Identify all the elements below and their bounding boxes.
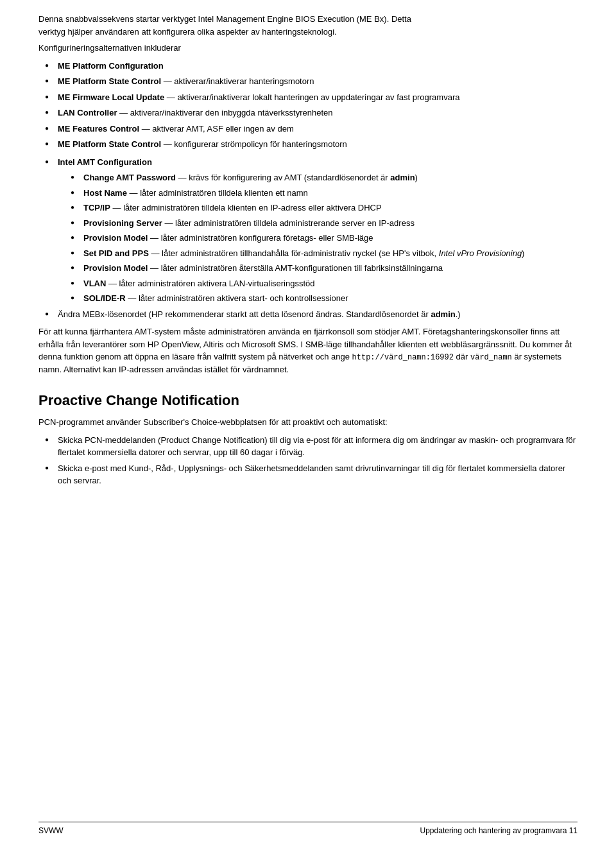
- item-label: ME Firmware Local Update: [58, 92, 164, 102]
- page-content: Denna snabbvalssekvens startar verktyget…: [38, 13, 578, 487]
- list-item: Host Name — låter administratören tillde…: [71, 187, 578, 200]
- list-item: Provision Model — låter administratören …: [71, 262, 578, 275]
- item-label: Set PID and PPS: [83, 248, 149, 258]
- item-desc: — låter administratören tilldela kliente…: [127, 188, 308, 198]
- item-label: Provision Model: [83, 263, 148, 273]
- item-desc: — låter administratören konfigurera före…: [148, 233, 373, 243]
- config-heading: Konfigurineringsalternativen inkluderar: [38, 42, 578, 55]
- list-item: Provisioning Server — låter administratö…: [71, 217, 578, 230]
- footer-left: SVWW: [38, 826, 64, 835]
- pcn-intro: PCN-programmet använder Subscriber's Cho…: [38, 416, 578, 429]
- list-item: ME Platform Configuration: [45, 60, 578, 73]
- list-item: Skicka PCN-meddelanden (Product Change N…: [45, 434, 578, 459]
- item-label: TCP/IP: [83, 203, 110, 212]
- mebx-bold: admin: [431, 309, 455, 319]
- item-label: Provision Model: [83, 233, 148, 243]
- item-label: Change AMT Password: [83, 173, 176, 182]
- item-label: ME Platform State Control: [58, 139, 161, 149]
- amt-heading-label: Intel AMT Configuration: [58, 157, 152, 167]
- list-item: Set PID and PPS — låter administratören …: [71, 247, 578, 260]
- item-desc: — låter administratören tillhandahålla f…: [149, 248, 525, 258]
- item-desc: — aktiverar/inaktiverar hanteringsmotorn: [161, 76, 314, 86]
- item-desc: — låter administratören återställa AMT-k…: [148, 263, 443, 273]
- me-features-control-label: ME Features Control: [58, 124, 139, 134]
- config-list: ME Platform Configuration ME Platform St…: [45, 60, 578, 151]
- code-url: http://värd_namn:16992: [352, 353, 454, 362]
- pcn-item-2: Skicka e-post med Kund-, Råd-, Upplysnin…: [58, 463, 565, 486]
- list-item: SOL/IDE-R — låter administratören aktive…: [71, 292, 578, 305]
- list-item: ME Features Control — aktiverar AMT, ASF…: [45, 123, 578, 135]
- item-desc: — låter administratören tilldela kliente…: [110, 203, 382, 212]
- pcn-item-1: Skicka PCN-meddelanden (Product Change N…: [58, 435, 576, 458]
- item-desc: — konfigurerar strömpolicyn för hanterin…: [161, 139, 347, 149]
- mebx-text1: Ändra MEBx-lösenordet (HP rekommenderar …: [58, 309, 431, 319]
- list-item: ME Platform State Control — konfigurerar…: [45, 138, 578, 151]
- item-desc: — låter administratören aktivera LAN-vir…: [106, 279, 314, 288]
- list-item: Provision Model — låter administratören …: [71, 232, 578, 245]
- intro-text: Denna snabbvalssekvens startar verktyget…: [38, 13, 578, 38]
- amt-config-heading-item: Intel AMT Configuration Change AMT Passw…: [45, 156, 578, 305]
- item-desc: — låter administratören tilldela adminis…: [162, 218, 415, 228]
- amt-sub-list: Change AMT Password — krävs för konfigur…: [71, 171, 578, 305]
- list-item: ME Platform State Control — aktiverar/in…: [45, 75, 578, 88]
- pcn-list: Skicka PCN-meddelanden (Product Change N…: [45, 434, 578, 487]
- page-footer: SVWW Uppdatering och hantering av progra…: [38, 822, 578, 835]
- footer-right: Uppdatering och hantering av programvara…: [420, 826, 578, 835]
- item-desc: — krävs för konfigurering av AMT (standa…: [176, 173, 390, 182]
- section-heading: Proactive Change Notification: [38, 392, 578, 410]
- list-item: Change AMT Password — krävs för konfigur…: [71, 171, 578, 184]
- item-label: Host Name: [83, 188, 127, 198]
- item-label: SOL/IDE-R: [83, 293, 126, 303]
- item-label: Provisioning Server: [83, 218, 162, 228]
- item-desc: — låter administratören aktivera start- …: [126, 293, 348, 303]
- list-item: LAN Controller — aktiverar/inaktiverar d…: [45, 107, 578, 119]
- item-label: ME Platform Configuration: [58, 61, 164, 71]
- item-label: LAN Controller: [58, 108, 117, 117]
- item-desc2: ): [415, 173, 418, 182]
- item-label: VLAN: [83, 279, 106, 288]
- item-bold: admin: [390, 173, 415, 182]
- code-hostname: värd_namn: [470, 353, 512, 362]
- item-desc: — aktiverar/inaktiverar lokalt hantering…: [164, 92, 459, 102]
- item-desc: — aktiverar/inaktiverar den inbyggda ntä…: [117, 108, 332, 117]
- amt-config-list: Intel AMT Configuration Change AMT Passw…: [45, 156, 578, 321]
- mebx-text2: .): [456, 309, 461, 319]
- body-paragraph-1: För att kunna fjärrhantera AMT-system må…: [38, 325, 578, 376]
- list-item: Skicka e-post med Kund-, Råd-, Upplysnin…: [45, 462, 578, 487]
- item-label: ME Platform State Control: [58, 76, 161, 86]
- item-desc: — aktiverar AMT, ASF eller ingen av dem: [139, 124, 294, 134]
- list-item: VLAN — låter administratören aktivera LA…: [71, 277, 578, 290]
- list-item: TCP/IP — låter administratören tilldela …: [71, 202, 578, 214]
- list-item: ME Firmware Local Update — aktiverar/ina…: [45, 91, 578, 104]
- mebx-item: Ändra MEBx-lösenordet (HP rekommenderar …: [45, 308, 578, 321]
